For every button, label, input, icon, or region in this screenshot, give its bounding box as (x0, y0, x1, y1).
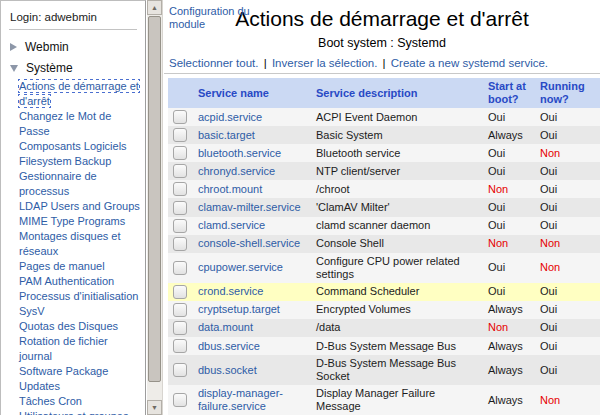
separator: | (383, 57, 386, 69)
row-checkbox[interactable] (173, 321, 187, 335)
table-row: clamd.service clamd scanner daemon Oui O… (168, 217, 600, 235)
sidebar-item[interactable]: PAM Authentication (19, 274, 143, 289)
row-checkbox[interactable] (173, 164, 187, 178)
category-label: Webmin (25, 40, 69, 54)
row-checkbox[interactable] (173, 110, 187, 124)
service-name-link[interactable]: chronyd.service (198, 165, 275, 177)
service-description-cell: 'ClamAV Milter' (312, 199, 484, 216)
table-body: acpid.service ACPI Event Daemon Oui Oui … (168, 108, 600, 415)
row-checkbox[interactable] (173, 237, 187, 251)
boot-system-subtitle: Boot system : Systemd (164, 36, 600, 50)
services-table: Service name Service description Start a… (168, 78, 600, 415)
category-label: Système (26, 61, 73, 75)
sidebar-item[interactable]: Filesystem Backup (19, 154, 143, 169)
sidebar-category-systeme[interactable]: Système (1, 57, 145, 78)
service-name-link[interactable]: cpupower.service (198, 261, 283, 273)
service-name-cell: console-shell.service (194, 235, 312, 252)
service-name-link[interactable]: clamav-milter.service (198, 201, 301, 213)
row-checkbox[interactable] (173, 363, 187, 377)
sidebar-item[interactable]: Montages disques et réseaux (19, 229, 143, 259)
scrollbar-thumb[interactable] (148, 16, 161, 382)
checkbox-cell (168, 283, 194, 301)
row-checkbox[interactable] (173, 261, 187, 275)
service-name-link[interactable]: chroot.mount (198, 183, 262, 195)
sidebar-item[interactable]: Utilisateurs et groupes (19, 409, 143, 415)
service-name-link[interactable]: dbus.service (198, 340, 260, 352)
service-name-link[interactable]: dbus.socket (198, 364, 257, 376)
webmin-page: Login: adwebmin Webmin Système Actions d… (0, 0, 600, 415)
row-checkbox[interactable] (173, 285, 187, 299)
create-service-link[interactable]: Create a new systemd service. (391, 57, 548, 69)
service-description-cell: D-Bus System Message Bus Socket (312, 355, 484, 385)
sidebar-item[interactable]: Composants Logiciels (19, 139, 143, 154)
running-now-value: Oui (536, 127, 600, 144)
service-description-cell: ACPI Event Daemon (312, 109, 484, 126)
sidebar-item[interactable]: Actions de démarrage et d'arrêt (19, 79, 143, 109)
running-now-value: Oui (536, 362, 600, 379)
invert-selection-link[interactable]: Inverser la sélection. (272, 57, 377, 69)
service-name-link[interactable]: basic.target (198, 129, 255, 141)
module-config-link[interactable]: Configuration du module (169, 5, 253, 31)
start-at-boot-value: Always (484, 392, 536, 409)
sidebar-item[interactable]: Quotas des Disques (19, 319, 143, 334)
table-row: cpupower.service Configure CPU power rel… (168, 253, 600, 283)
row-checkbox[interactable] (173, 303, 187, 317)
sidebar-item[interactable]: Software Package Updates (19, 364, 143, 394)
table-row: dbus.socket D-Bus System Message Bus Soc… (168, 355, 600, 385)
service-name-cell: chroot.mount (194, 181, 312, 198)
start-at-boot-value: Always (484, 362, 536, 379)
service-name-link[interactable]: clamd.service (198, 219, 265, 231)
table-action-links: Selectionner tout. | Inverser la sélecti… (169, 57, 600, 69)
service-name-cell: basic.target (194, 127, 312, 144)
sidebar-scrollbar[interactable]: ▲ ▼ (147, 0, 163, 415)
service-name-link[interactable]: data.mount (198, 321, 253, 333)
sidebar-item[interactable]: SysV (19, 304, 143, 319)
checkbox-cell (168, 162, 194, 180)
checkbox-cell (168, 301, 194, 319)
sidebar-category-webmin[interactable]: Webmin (1, 36, 145, 57)
scroll-up-icon[interactable]: ▲ (147, 0, 162, 15)
table-header-row: Service name Service description Start a… (168, 78, 600, 108)
service-name-cell: cpupower.service (194, 259, 312, 276)
service-description-cell: Command Scheduler (312, 283, 484, 300)
service-name-link[interactable]: display-manager-failure.service (198, 387, 283, 412)
service-name-link[interactable]: console-shell.service (198, 237, 300, 249)
row-checkbox[interactable] (173, 128, 187, 142)
service-description-cell: D-Bus System Message Bus (312, 338, 484, 355)
service-name-link[interactable]: cryptsetup.target (198, 303, 280, 315)
service-name-link[interactable]: bluetooth.service (198, 147, 281, 159)
running-now-value: Non (536, 145, 600, 162)
sidebar-item[interactable]: Gestionnaire de processus (19, 169, 143, 199)
sidebar-item[interactable]: Processus d'initialisation (19, 289, 143, 304)
separator: | (264, 57, 267, 69)
service-description-cell: Display Manager Failure Message (312, 385, 484, 415)
row-checkbox[interactable] (173, 219, 187, 233)
start-at-boot-value: Non (484, 319, 536, 336)
running-now-value: Oui (536, 319, 600, 336)
sidebar-item[interactable]: Rotation de fichier journal (19, 334, 143, 364)
table-row: chronyd.service NTP client/server Oui Ou… (168, 162, 600, 180)
row-checkbox[interactable] (173, 339, 187, 353)
sidebar-item[interactable]: Tâches Cron (19, 394, 143, 409)
service-name-cell: cryptsetup.target (194, 301, 312, 318)
checkbox-cell (168, 180, 194, 198)
service-name-link[interactable]: crond.service (198, 285, 263, 297)
scroll-down-icon[interactable]: ▼ (147, 400, 162, 415)
start-at-boot-value: Always (484, 127, 536, 144)
row-checkbox[interactable] (173, 393, 187, 407)
sidebar-item[interactable]: MIME Type Programs (19, 214, 143, 229)
service-name-link[interactable]: acpid.service (198, 111, 262, 123)
table-row: data.mount /data Non Oui (168, 319, 600, 337)
row-checkbox[interactable] (173, 182, 187, 196)
service-name-cell: data.mount (194, 319, 312, 336)
service-description-header: Service description (312, 85, 484, 102)
checkbox-cell (168, 198, 194, 216)
service-description-cell: /data (312, 319, 484, 336)
select-all-link[interactable]: Selectionner tout. (169, 57, 259, 69)
row-checkbox[interactable] (173, 201, 187, 215)
start-at-boot-value: Non (484, 181, 536, 198)
sidebar-item[interactable]: Pages de manuel (19, 259, 143, 274)
sidebar-item[interactable]: Changez le Mot de Passe (19, 109, 143, 139)
sidebar-item[interactable]: LDAP Users and Groups (19, 199, 143, 214)
row-checkbox[interactable] (173, 146, 187, 160)
